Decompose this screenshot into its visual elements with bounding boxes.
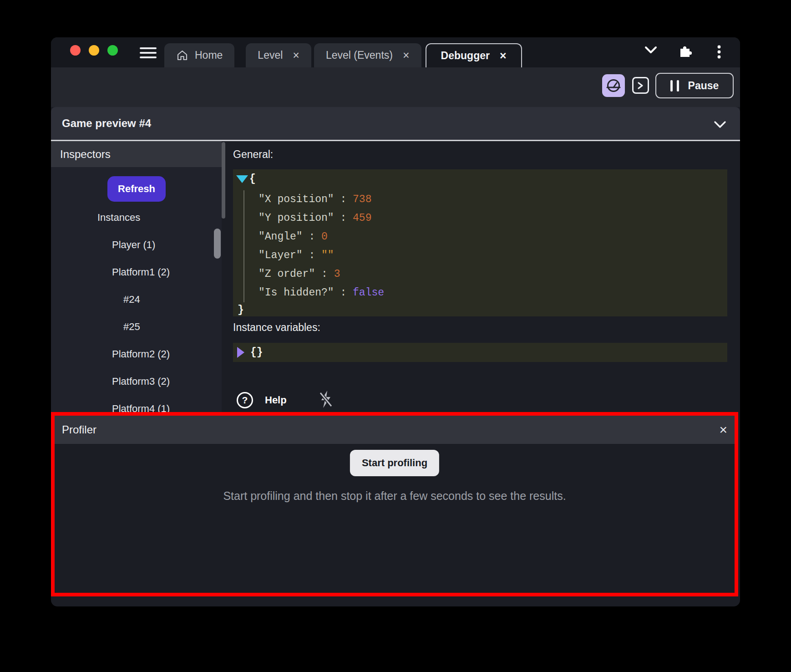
tab-home[interactable]: Home	[164, 43, 234, 67]
json-key: "X position" :	[259, 193, 353, 205]
json-close-brace: }	[238, 304, 244, 316]
json-entry-layer: "Layer" : ""	[259, 246, 384, 265]
json-value: 459	[353, 212, 371, 224]
json-open-brace: {	[249, 173, 256, 185]
extensions-puzzle-icon[interactable]	[678, 44, 692, 59]
instances-tree: InstancesPlayer (1)Platform1 (2)#24#25Pl…	[51, 204, 222, 412]
chevron-down-icon[interactable]	[644, 46, 658, 56]
json-entry-x-position: "X position" : 738	[259, 190, 384, 209]
tab-close-icon-level-events[interactable]: ×	[403, 49, 410, 62]
panel-scrollbar-thumb[interactable]	[222, 142, 225, 219]
json-entries: "X position" : 738"Y position" : 459"Ang…	[259, 190, 384, 302]
json-entry-is-hidden: "Is hidden?" : false	[259, 284, 384, 302]
profiler-body: Start profiling Start profiling and then…	[55, 444, 735, 593]
tab-close-icon-debugger[interactable]: ×	[500, 49, 507, 62]
tree-item-platform1-2[interactable]: Platform1 (2)	[51, 259, 222, 286]
json-key: "Y position" :	[259, 212, 353, 224]
tree-item-instances[interactable]: Instances	[51, 204, 222, 231]
tab-close-icon-level[interactable]: ×	[293, 49, 299, 62]
help-label[interactable]: Help	[265, 394, 287, 406]
collapse-triangle-icon[interactable]	[236, 175, 248, 183]
home-icon	[176, 49, 188, 61]
gauge-icon	[605, 77, 622, 94]
flash-off-icon[interactable]	[318, 390, 334, 411]
pause-button-label: Pause	[688, 80, 719, 92]
tab-bar: HomeLevel×Level (Events)×Debugger×	[164, 43, 522, 67]
instance-variables-value: {}	[250, 343, 263, 362]
tab-debugger[interactable]: Debugger×	[426, 43, 522, 67]
maximize-window-button[interactable]	[107, 45, 118, 56]
json-entry-z-order: "Z order" : 3	[259, 265, 384, 284]
json-key: "Z order" :	[259, 268, 334, 280]
tree-guide-line	[243, 190, 244, 302]
inspector-detail-panel: General: { "X position" : 738"Y position…	[228, 141, 740, 412]
tab-level[interactable]: Level×	[246, 43, 311, 67]
inspectors-sidebar: Inspectors Refresh InstancesPlayer (1)Pl…	[51, 141, 222, 412]
profiler-panel: Profiler × Start profiling Start profili…	[51, 412, 738, 596]
pause-button[interactable]: Pause	[655, 73, 734, 98]
refresh-button[interactable]: Refresh	[107, 176, 166, 202]
close-window-button[interactable]	[70, 45, 81, 56]
profiler-close-icon[interactable]: ×	[719, 423, 727, 437]
tab-level-events[interactable]: Level (Events)×	[314, 43, 421, 67]
profiler-gauge-button[interactable]	[602, 74, 625, 97]
game-preview-selector[interactable]: Game preview #4	[51, 107, 740, 140]
json-key: "Layer" :	[259, 249, 321, 261]
tree-item-platform3-2[interactable]: Platform3 (2)	[51, 368, 222, 395]
json-value: 0	[321, 231, 328, 243]
json-value: ""	[321, 249, 334, 261]
json-entry-y-position: "Y position" : 459	[259, 209, 384, 228]
tab-label: Debugger	[441, 50, 490, 62]
pause-icon	[670, 80, 679, 92]
start-profiling-button[interactable]: Start profiling	[350, 450, 439, 476]
app-window: HomeLevel×Level (Events)×Debugger× P	[51, 37, 740, 606]
general-section-label: General:	[233, 148, 273, 161]
debugger-content: Inspectors Refresh InstancesPlayer (1)Pl…	[51, 141, 740, 412]
minimize-window-button[interactable]	[89, 45, 99, 56]
json-key: "Angle" :	[259, 231, 321, 243]
tree-item-player-1[interactable]: Player (1)	[51, 231, 222, 259]
json-key: "Is hidden?" :	[259, 287, 353, 299]
tab-label: Level (Events)	[326, 49, 393, 61]
chevron-down-icon[interactable]	[714, 119, 726, 132]
console-button[interactable]	[632, 77, 649, 94]
menu-icon[interactable]	[140, 47, 157, 61]
game-preview-title: Game preview #4	[62, 117, 151, 130]
tree-item-24[interactable]: #24	[51, 286, 222, 313]
sidebar-scrollbar-thumb[interactable]	[214, 229, 221, 259]
expand-triangle-icon[interactable]	[237, 347, 244, 358]
profiler-header: Profiler ×	[55, 416, 735, 444]
general-json-view: { "X position" : 738"Y position" : 459"A…	[233, 169, 727, 316]
tree-item-platform4-1[interactable]: Platform4 (1)	[51, 395, 222, 412]
json-value: 3	[334, 268, 340, 280]
kebab-menu-icon[interactable]	[717, 45, 721, 61]
help-row: ? Help	[237, 390, 334, 411]
inspectors-header: Inspectors	[51, 141, 222, 167]
console-icon	[637, 81, 645, 90]
instance-variables-view: {}	[233, 343, 727, 362]
tree-item-25[interactable]: #25	[51, 313, 222, 341]
tab-label: Level	[258, 49, 283, 61]
title-bar: HomeLevel×Level (Events)×Debugger×	[51, 37, 740, 67]
instance-variables-label: Instance variables:	[233, 321, 320, 334]
profiler-hint-text: Start profiling and then stop it after a…	[55, 489, 735, 503]
json-value: 738	[353, 193, 371, 205]
tab-label: Home	[195, 49, 223, 61]
traffic-lights	[70, 45, 118, 56]
json-entry-angle: "Angle" : 0	[259, 228, 384, 246]
json-value: false	[353, 287, 384, 299]
debugger-toolbar: Pause	[51, 67, 740, 107]
tree-item-platform2-2[interactable]: Platform2 (2)	[51, 341, 222, 368]
profiler-title: Profiler	[62, 423, 96, 436]
inspectors-body: Refresh InstancesPlayer (1)Platform1 (2)…	[51, 167, 222, 412]
help-question-icon[interactable]: ?	[237, 392, 253, 408]
